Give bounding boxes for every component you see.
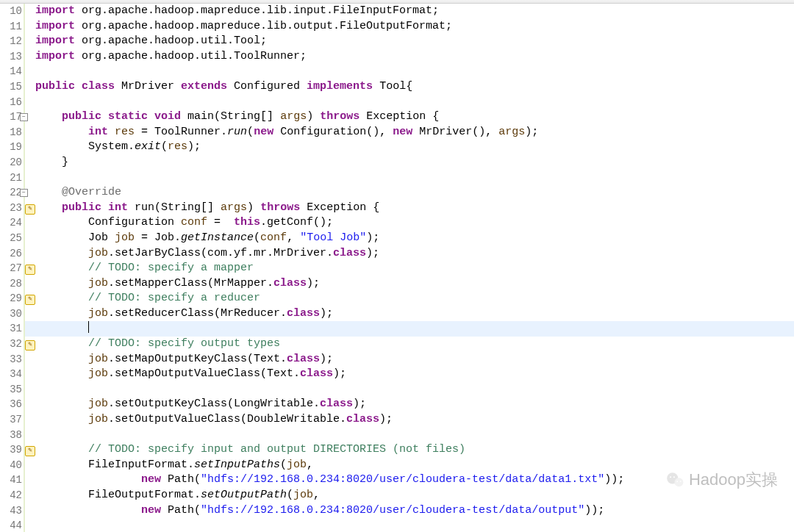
code-content[interactable]: Job job = Job.getInstance(conf, "Tool Jo… bbox=[32, 231, 794, 246]
quickfix-icon[interactable]: ✎ bbox=[25, 340, 35, 351]
code-line[interactable]: 27✎ // TODO: specify a mapper bbox=[0, 261, 794, 276]
code-line[interactable]: 44 bbox=[0, 518, 794, 532]
token: new bbox=[393, 126, 412, 138]
code-line[interactable]: 28 job.setMapperClass(MrMapper.class); bbox=[0, 276, 794, 292]
code-content[interactable]: new Path("hdfs://192.168.0.234:8020/user… bbox=[32, 503, 794, 519]
code-line[interactable]: 12import org.apache.hadoop.util.Tool; bbox=[0, 34, 794, 49]
code-content[interactable] bbox=[32, 170, 794, 186]
token bbox=[35, 413, 88, 425]
code-content[interactable]: System.exit(res); bbox=[32, 140, 794, 155]
gutter-marker bbox=[25, 458, 32, 473]
code-line[interactable]: 37 job.setOutputValueClass(DoubleWritabl… bbox=[0, 412, 794, 428]
code-line[interactable]: 21 bbox=[0, 170, 794, 186]
code-content[interactable]: import org.apache.hadoop.mapreduce.lib.o… bbox=[32, 19, 794, 35]
code-content[interactable]: // TODO: specify a reducer bbox=[32, 291, 794, 306]
code-line[interactable]: 14 bbox=[0, 64, 794, 79]
code-line[interactable]: 31 bbox=[0, 321, 794, 337]
code-line[interactable]: 10import org.apache.hadoop.mapreduce.lib… bbox=[0, 4, 794, 19]
quickfix-icon[interactable]: ✎ bbox=[25, 295, 35, 305]
code-line[interactable]: 38 bbox=[0, 428, 794, 443]
code-content[interactable] bbox=[32, 95, 794, 110]
code-content[interactable]: job.setOutputKeyClass(LongWritable.class… bbox=[32, 397, 794, 412]
token: ); bbox=[307, 277, 320, 290]
code-content[interactable]: FileInputFormat.setInputPaths(job, bbox=[32, 458, 794, 473]
token: "hdfs://192.168.0.234:8020/user/cloudera… bbox=[201, 473, 604, 486]
code-line[interactable]: 41 new Path("hdfs://192.168.0.234:8020/u… bbox=[0, 472, 794, 488]
code-line[interactable]: 30 job.setReducerClass(MrReducer.class); bbox=[0, 306, 794, 322]
line-number: 41 bbox=[0, 472, 25, 488]
code-content[interactable]: } bbox=[32, 155, 794, 170]
code-content[interactable] bbox=[32, 518, 794, 532]
code-line[interactable]: 36 job.setOutputKeyClass(LongWritable.cl… bbox=[0, 397, 794, 412]
token: ); bbox=[525, 126, 538, 138]
code-content[interactable] bbox=[32, 382, 794, 398]
line-number: 22− bbox=[0, 185, 25, 201]
token: // bbox=[88, 292, 108, 304]
code-line[interactable]: 13import org.apache.hadoop.util.ToolRunn… bbox=[0, 49, 794, 65]
code-line[interactable]: 18 int res = ToolRunner.run(new Configur… bbox=[0, 125, 794, 140]
quickfix-icon[interactable]: ✎ bbox=[25, 265, 35, 275]
line-number: 24 bbox=[0, 215, 25, 231]
code-content[interactable]: job.setMapOutputKeyClass(Text.class); bbox=[32, 352, 794, 367]
code-content[interactable]: // TODO: specify output types bbox=[32, 337, 794, 352]
code-content[interactable]: Configuration conf = this.getConf(); bbox=[32, 215, 794, 231]
gutter-marker bbox=[25, 428, 32, 443]
token: class bbox=[82, 80, 115, 93]
code-content[interactable]: import org.apache.hadoop.util.ToolRunner… bbox=[32, 49, 794, 65]
code-line[interactable]: 42 FileOutputFormat.setOutputPath(job, bbox=[0, 488, 794, 503]
code-content[interactable]: FileOutputFormat.setOutputPath(job, bbox=[32, 488, 794, 503]
code-line[interactable]: 22− @Override bbox=[0, 185, 794, 201]
token: TODO: bbox=[108, 262, 141, 274]
gutter-marker bbox=[25, 397, 32, 412]
code-content[interactable]: int res = ToolRunner.run(new Configurati… bbox=[32, 125, 794, 140]
code-line[interactable]: 35 bbox=[0, 382, 794, 398]
code-content[interactable] bbox=[32, 321, 794, 337]
code-content[interactable]: job.setOutputValueClass(DoubleWritable.c… bbox=[32, 412, 794, 428]
code-line[interactable]: 11import org.apache.hadoop.mapreduce.lib… bbox=[0, 19, 794, 35]
code-content[interactable]: new Path("hdfs://192.168.0.234:8020/user… bbox=[32, 472, 794, 488]
code-content[interactable]: public class MrDriver extends Configured… bbox=[32, 79, 794, 95]
code-line[interactable]: 33 job.setMapOutputKeyClass(Text.class); bbox=[0, 352, 794, 367]
code-line[interactable]: 29✎ // TODO: specify a reducer bbox=[0, 291, 794, 306]
gutter-marker bbox=[25, 246, 32, 262]
code-line[interactable]: 19 System.exit(res); bbox=[0, 140, 794, 155]
token: new bbox=[141, 473, 161, 486]
code-content[interactable]: public static void main(String[] args) t… bbox=[32, 109, 794, 125]
code-line[interactable]: 17− public static void main(String[] arg… bbox=[0, 109, 794, 125]
code-content[interactable]: job.setJarByClass(com.yf.mr.MrDriver.cla… bbox=[32, 246, 794, 262]
code-content[interactable] bbox=[32, 428, 794, 443]
code-content[interactable]: // TODO: specify a mapper bbox=[32, 261, 794, 276]
code-content[interactable]: job.setMapperClass(MrMapper.class); bbox=[32, 276, 794, 292]
token: int bbox=[108, 201, 128, 214]
code-line[interactable]: 25 Job job = Job.getInstance(conf, "Tool… bbox=[0, 231, 794, 246]
gutter-marker bbox=[25, 95, 32, 110]
code-line[interactable]: 16 bbox=[0, 95, 794, 110]
code-content[interactable]: import org.apache.hadoop.util.Tool; bbox=[32, 34, 794, 49]
token: ); bbox=[366, 231, 379, 244]
code-line[interactable]: 43 new Path("hdfs://192.168.0.234:8020/u… bbox=[0, 503, 794, 519]
code-content[interactable]: job.setReducerClass(MrReducer.class); bbox=[32, 306, 794, 322]
code-line[interactable]: 39✎ // TODO: specify input and output DI… bbox=[0, 442, 794, 458]
code-content[interactable]: @Override bbox=[32, 185, 794, 201]
code-line[interactable]: 23✎ public int run(String[] args) throws… bbox=[0, 201, 794, 216]
code-content[interactable]: job.setMapOutputValueClass(Text.class); bbox=[32, 367, 794, 382]
code-line[interactable]: 32✎ // TODO: specify output types bbox=[0, 337, 794, 352]
code-content[interactable]: // TODO: specify input and output DIRECT… bbox=[32, 442, 794, 458]
token bbox=[35, 65, 42, 77]
token: run bbox=[227, 126, 247, 138]
gutter-marker: ✎ bbox=[25, 261, 32, 276]
code-line[interactable]: 24 Configuration conf = this.getConf(); bbox=[0, 215, 794, 231]
code-line[interactable]: 20 } bbox=[0, 155, 794, 170]
token bbox=[35, 186, 62, 198]
token: setOutputPath bbox=[201, 489, 287, 501]
code-line[interactable]: 34 job.setMapOutputValueClass(Text.class… bbox=[0, 367, 794, 382]
code-content[interactable]: public int run(String[] args) throws Exc… bbox=[32, 201, 794, 216]
quickfix-icon[interactable]: ✎ bbox=[25, 446, 35, 456]
code-line[interactable]: 26 job.setJarByClass(com.yf.mr.MrDriver.… bbox=[0, 246, 794, 262]
code-editor[interactable]: 10import org.apache.hadoop.mapreduce.lib… bbox=[0, 4, 794, 532]
quickfix-icon[interactable]: ✎ bbox=[25, 204, 35, 215]
code-content[interactable]: import org.apache.hadoop.mapreduce.lib.i… bbox=[32, 4, 794, 19]
code-line[interactable]: 40 FileInputFormat.setInputPaths(job, bbox=[0, 458, 794, 473]
code-line[interactable]: 15public class MrDriver extends Configur… bbox=[0, 79, 794, 95]
code-content[interactable] bbox=[32, 64, 794, 79]
